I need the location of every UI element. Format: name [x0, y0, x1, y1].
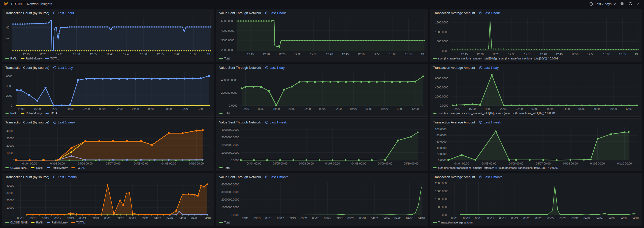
svg-text:4000000.0000: 4000000.0000	[221, 183, 239, 186]
panel-time-range-link[interactable]: Last 1 day	[53, 66, 73, 70]
chart-canvas: 600040002000014:0016:0018:0020:0022:0000…	[5, 71, 211, 111]
panel-time-range-link[interactable]: Last 1 day	[265, 66, 285, 70]
panel-chart[interactable]: 6000.00004000.00002000.00000.000014:0016…	[433, 71, 639, 111]
svg-text:12:25: 12:25	[279, 53, 286, 56]
legend-item[interactable]: Rafiki Money	[21, 112, 42, 115]
refresh-interval-dropdown-icon[interactable]	[635, 2, 640, 6]
legend-item[interactable]: CLOUD-NINE	[5, 221, 27, 224]
panel-chart[interactable]: 40000300002000010000004/04 00:0004/05 00…	[5, 125, 211, 166]
legend-item[interactable]: Rafiki	[31, 221, 43, 224]
svg-text:20000: 20000	[6, 144, 14, 147]
panel-time-range-link[interactable]: Last 1 month	[479, 175, 502, 179]
svg-text:04/07 00:00: 04/07 00:00	[536, 162, 551, 165]
panel-time-range-link[interactable]: Last 1 week	[479, 120, 501, 124]
legend-swatch	[219, 167, 223, 168]
panel-chart[interactable]: 5000.00004000.00003000.00002000.000012:1…	[219, 16, 425, 56]
legend-item[interactable]: Rafiki	[5, 57, 17, 60]
svg-text:12:35: 12:35	[524, 53, 531, 56]
legend-item[interactable]: TOTAL	[45, 57, 59, 60]
svg-text:03/11: 03/11	[242, 217, 249, 220]
legend-item[interactable]: Rafiki Money	[47, 166, 68, 169]
svg-text:03/27: 03/27	[548, 217, 555, 220]
panel-time-range-link[interactable]: Last 1 month	[53, 175, 77, 179]
legend-item[interactable]: TOTAL	[45, 112, 59, 115]
legend-item[interactable]: Total	[219, 112, 230, 115]
legend-item[interactable]: sum (increase(transactions_amount_total[…	[433, 57, 558, 60]
panel-chart[interactable]: 4000000.00003000000.00002000000.00001000…	[219, 125, 425, 166]
legend-item[interactable]: TOTAL	[71, 166, 85, 169]
panel-chart[interactable]: 4020012:1512:2012:2512:3012:3512:4012:45…	[5, 16, 211, 56]
svg-text:13:10: 13:10	[635, 53, 639, 56]
chevron-down-icon	[613, 3, 616, 5]
panel-chart[interactable]: 1500.00001000.0000500.00000.000012:1512:…	[433, 16, 639, 56]
legend-label: Rafiki Money	[52, 166, 68, 169]
svg-text:03/17: 03/17	[487, 217, 494, 220]
legend-label: TOTAL	[50, 112, 59, 115]
panel-time-range-link[interactable]: Last 1 hour	[53, 11, 74, 15]
panel-time-range-link[interactable]: Last 1 hour	[479, 11, 500, 15]
grafana-logo-icon[interactable]	[4, 2, 8, 6]
svg-text:02:00: 02:00	[116, 107, 123, 110]
svg-text:0.0000: 0.0000	[440, 49, 448, 52]
legend-item[interactable]: Rafiki Money	[21, 57, 42, 60]
panel-header: Value Sent Through Network Last 1 month	[219, 173, 425, 180]
legend-item[interactable]: Transaction average amount	[433, 221, 473, 224]
svg-text:2000.0000: 2000.0000	[435, 95, 448, 98]
svg-text:04/02: 04/02	[154, 217, 161, 220]
svg-text:18:00: 18:00	[484, 107, 491, 110]
panel-time-range-link[interactable]: Last 1 week	[265, 120, 287, 124]
panel-chart[interactable]: 100.000080.000060.000040.000020.00000.00…	[433, 125, 639, 166]
svg-text:12:30: 12:30	[294, 53, 301, 56]
legend-item[interactable]: Total	[219, 166, 230, 169]
panel-time-range-link[interactable]: Last 1 day	[479, 66, 499, 70]
svg-text:04/04 00:00: 04/04 00:00	[247, 162, 261, 165]
panel-title: Value Sent Through Network	[219, 66, 261, 70]
legend-item[interactable]: CLOUD-NINE	[5, 166, 27, 169]
svg-text:200000.0000: 200000.0000	[221, 91, 237, 94]
svg-text:2000.0000: 2000.0000	[221, 48, 234, 51]
legend-item[interactable]: Rafiki	[5, 112, 17, 115]
svg-text:04/08 00:00: 04/08 00:00	[134, 162, 148, 165]
svg-text:2000.0000: 2000.0000	[435, 182, 448, 185]
svg-text:03/23: 03/23	[92, 217, 99, 220]
legend-swatch	[5, 113, 9, 114]
svg-text:14:00: 14:00	[453, 107, 460, 110]
chart-canvas: 400000.0000200000.00000.000014:0016:0018…	[219, 71, 425, 111]
svg-text:0: 0	[13, 159, 14, 162]
svg-text:13:10: 13:10	[207, 53, 211, 56]
clock-icon	[479, 175, 482, 179]
panel-chart[interactable]: 2000.00001500.00001000.0000500.00000.000…	[433, 180, 639, 220]
legend-item[interactable]: Total	[219, 221, 230, 224]
panel-transaction-count-1w: Transaction Count (by source) Last 1 wee…	[2, 118, 214, 171]
panel-time-range-link[interactable]: Last 1 hour	[265, 11, 286, 15]
legend-item[interactable]: sum (increase(transactions_amount_total[…	[433, 112, 555, 115]
legend-item[interactable]: Rafiki Money	[47, 221, 68, 224]
panel-legend: Total	[219, 111, 425, 115]
zoom-out-icon[interactable]	[619, 1, 626, 7]
refresh-icon[interactable]	[627, 1, 634, 7]
svg-text:4000000.0000: 4000000.0000	[221, 128, 239, 131]
panel-header: Value Sent Through Network Last 1 week	[219, 119, 425, 125]
panel-chart[interactable]: 4000000.00003000000.00002000000.00001000…	[219, 180, 425, 220]
svg-text:12:55: 12:55	[587, 53, 594, 56]
panel-chart[interactable]: 600040002000014:0016:0018:0020:0022:0000…	[5, 71, 211, 111]
panel-time-range-link[interactable]: Last 1 week	[53, 120, 75, 124]
panel-transaction-average-1m: Transaction Average Amount Last 1 month …	[430, 173, 642, 226]
time-range-picker-button[interactable]: Last 7 days	[588, 1, 618, 7]
svg-text:03/21: 03/21	[511, 217, 518, 220]
legend-item[interactable]: Total	[219, 57, 230, 60]
panel-chart[interactable]: 40000300002000010000003/1103/1303/1503/1…	[5, 180, 211, 220]
legend-item[interactable]: TOTAL	[71, 221, 85, 224]
panel-value-sent-1d: Value Sent Through Network Last 1 day 40…	[216, 64, 428, 117]
panel-header: Transaction Count (by source) Last 1 hou…	[5, 9, 211, 16]
svg-text:500.0000: 500.0000	[437, 40, 448, 43]
legend-item[interactable]: Rafiki	[31, 166, 43, 169]
panel-time-range-label: Last 1 day	[58, 66, 73, 70]
svg-text:0.0000: 0.0000	[231, 213, 239, 216]
panel-chart[interactable]: 400000.0000200000.00000.000014:0016:0018…	[219, 71, 425, 111]
svg-text:04/10 00:00: 04/10 00:00	[617, 162, 632, 165]
chart-canvas: 4020012:1512:2012:2512:3012:3512:4012:45…	[5, 16, 211, 56]
panel-time-range-link[interactable]: Last 1 month	[265, 175, 288, 179]
legend-item[interactable]: sum (increase(transactions_amount_total[…	[433, 166, 559, 169]
panel-legend: sum (increase(transactions_amount_total[…	[433, 111, 639, 115]
